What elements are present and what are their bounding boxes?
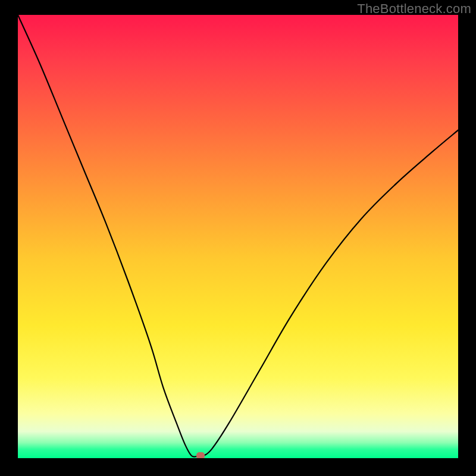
chart-frame: TheBottleneck.com [0, 0, 476, 476]
bottleneck-curve-path [18, 15, 458, 457]
plot-area [18, 15, 458, 458]
curve-layer [18, 15, 458, 458]
watermark-text: TheBottleneck.com [357, 1, 471, 17]
minimum-marker [196, 452, 205, 458]
